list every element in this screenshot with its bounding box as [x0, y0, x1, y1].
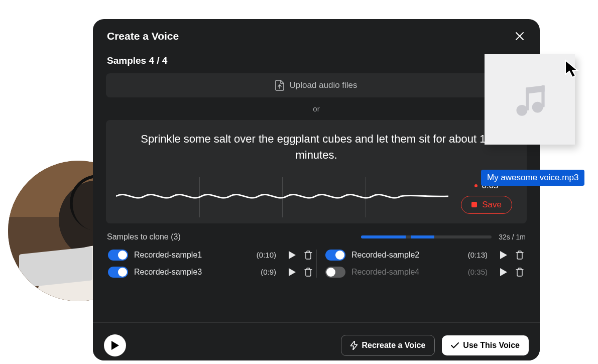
svg-marker-4	[500, 251, 507, 259]
create-voice-modal: Create a Voice Samples 4 / 4 Upload audi…	[93, 19, 540, 360]
close-icon	[515, 32, 524, 41]
sample-name: Recorded-sample2	[351, 251, 462, 260]
delete-sample-button[interactable]	[515, 250, 525, 260]
or-divider: or	[93, 97, 540, 120]
waveform-area[interactable]	[116, 177, 448, 217]
play-icon	[289, 268, 296, 276]
modal-footer: Recreate a Voice Use This Voice	[93, 322, 540, 360]
svg-marker-8	[350, 341, 357, 350]
preview-play-button[interactable]	[104, 334, 126, 356]
music-file-icon	[510, 80, 549, 119]
play-icon	[111, 341, 119, 350]
recreate-voice-label: Recreate a Voice	[362, 341, 425, 350]
samples-count-label: Samples 4 / 4	[93, 51, 540, 73]
sample-name: Recorded-sample3	[134, 268, 255, 277]
sample-row: Recorded-sample4 (0:35)	[316, 264, 528, 281]
sample-toggle[interactable]	[325, 267, 345, 278]
bolt-icon	[350, 341, 357, 350]
stop-icon	[471, 202, 477, 207]
svg-marker-3	[289, 251, 296, 259]
use-this-voice-button[interactable]: Use This Voice	[442, 335, 529, 355]
modal-title: Create a Voice	[107, 30, 179, 42]
sample-row: Recorded-sample1 (0:10)	[105, 247, 316, 264]
clone-progress-text: 32s / 1m	[499, 233, 526, 241]
play-sample-button[interactable]	[499, 250, 509, 260]
sample-row: Recorded-sample2 (0:13)	[316, 247, 528, 264]
save-button-label: Save	[482, 200, 502, 210]
sample-duration: (0:10)	[257, 251, 276, 259]
dragged-file-name-chip: My awesome voice.mp3	[481, 170, 584, 186]
delete-sample-button[interactable]	[303, 250, 313, 260]
play-icon	[500, 268, 507, 276]
upload-audio-label: Upload audio files	[289, 80, 357, 90]
clone-progress-bar	[361, 235, 492, 238]
recreate-voice-button[interactable]: Recreate a Voice	[341, 335, 435, 356]
recording-indicator-icon	[474, 184, 477, 187]
svg-marker-6	[500, 268, 507, 276]
waveform-icon	[116, 177, 448, 215]
upload-audio-button[interactable]: Upload audio files	[106, 73, 527, 97]
delete-sample-button[interactable]	[515, 267, 525, 277]
sample-name: Recorded-sample1	[134, 251, 251, 260]
svg-point-9	[516, 105, 527, 116]
play-sample-button[interactable]	[499, 267, 509, 277]
use-this-voice-label: Use This Voice	[463, 341, 520, 350]
trash-icon	[304, 251, 312, 260]
sample-duration: (0:13)	[468, 251, 488, 259]
sample-row: Recorded-sample3 (0:9)	[105, 264, 316, 281]
delete-sample-button[interactable]	[303, 267, 313, 277]
svg-point-10	[532, 102, 543, 113]
svg-marker-7	[111, 341, 119, 350]
sample-toggle[interactable]	[108, 267, 128, 278]
play-sample-button[interactable]	[287, 250, 297, 260]
clone-samples-label: Samples to clone (3)	[107, 232, 181, 241]
trash-icon	[516, 268, 524, 277]
clone-samples-header: Samples to clone (3) 32s / 1m	[93, 223, 540, 247]
cursor-icon	[564, 59, 580, 79]
sample-toggle[interactable]	[108, 250, 128, 261]
play-icon	[500, 251, 507, 259]
play-icon	[289, 251, 296, 259]
save-recording-button[interactable]: Save	[461, 196, 512, 214]
prompt-text: Sprinkle some salt over the eggplant cub…	[116, 131, 517, 163]
recording-card: Sprinkle some salt over the eggplant cub…	[106, 120, 527, 223]
close-button[interactable]	[514, 30, 526, 42]
svg-marker-5	[289, 268, 296, 276]
sample-toggle[interactable]	[325, 250, 345, 261]
svg-marker-13	[565, 60, 577, 77]
sample-duration: (0:35)	[468, 268, 488, 276]
trash-icon	[304, 268, 312, 277]
sample-name: Recorded-sample4	[351, 268, 462, 277]
upload-file-icon	[275, 80, 284, 91]
modal-header: Create a Voice	[93, 19, 540, 51]
trash-icon	[516, 251, 524, 260]
sample-duration: (0:9)	[261, 268, 276, 276]
samples-list: Recorded-sample1 (0:10) Recorded-sample2…	[93, 247, 540, 281]
play-sample-button[interactable]	[287, 267, 297, 277]
dragged-file-card[interactable]	[485, 54, 575, 145]
check-icon	[451, 342, 459, 348]
